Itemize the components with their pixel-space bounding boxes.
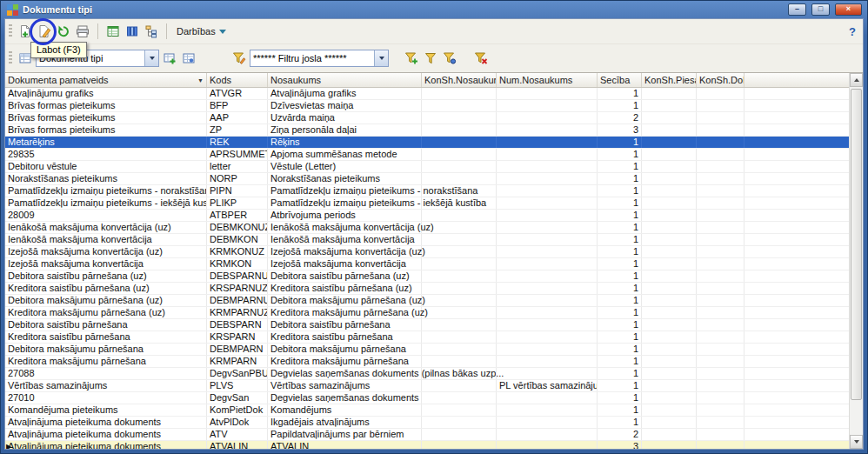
table-row[interactable]: ▶Atvaļinājuma pieteikuma dokumentsATVALI… <box>5 441 849 449</box>
cell <box>497 307 598 318</box>
cell: 1 <box>598 380 642 391</box>
cell <box>642 295 697 306</box>
column-header-6[interactable]: KonSh.Piesaiste <box>642 73 697 87</box>
vertical-scrollbar[interactable] <box>849 73 863 449</box>
actions-menu[interactable]: Darbības <box>173 26 230 37</box>
table-row[interactable]: Izejošā maksājuma konvertācija (uz)KRMKO… <box>5 246 849 258</box>
table-row[interactable]: Debitora saistību pārnešana (uz)DEBSPARN… <box>5 270 849 283</box>
cell <box>497 295 598 306</box>
table-row[interactable]: Debitora maksājumu pārnešanaDEBMPARNDebi… <box>5 344 849 356</box>
filter-apply-icon[interactable] <box>422 50 439 67</box>
table-row[interactable]: 28009ATBPERAtbrīvojuma periods1 <box>5 210 849 222</box>
column-header-7[interactable]: KonSh.Doku... <box>697 73 744 87</box>
filter-band-input[interactable] <box>250 50 374 66</box>
cell: Kreditora maksājumu pārnešana <box>268 356 422 367</box>
table-row[interactable]: 29835APRSUMMETApjoma summēšanas metode1 <box>5 149 849 161</box>
cell <box>697 185 744 197</box>
minimize-button[interactable]: – <box>788 3 806 16</box>
scrollbar-thumb[interactable] <box>851 89 862 400</box>
cell: Atvaļinājuma pieteikuma dokuments <box>5 429 207 440</box>
filter-settings-icon[interactable] <box>441 50 458 67</box>
cell <box>422 429 497 440</box>
cell <box>642 319 697 330</box>
cell: ATVALIN <box>268 441 422 449</box>
grid-body: Atvaļinājumu grafiksATVGRAtvaļinājuma gr… <box>5 88 863 449</box>
export-icon[interactable] <box>104 23 122 40</box>
column-header-5[interactable]: Secība <box>598 73 642 87</box>
cell: ATVALIN <box>207 441 268 449</box>
cell: Kreditora maksājumu pārnešana <box>5 356 207 367</box>
maximize-button[interactable]: □ <box>811 3 830 16</box>
table-row[interactable]: 27010DegvSanDegvielas saņemšanas dokumen… <box>5 392 849 404</box>
column-header-0[interactable]: Dokumenta pamatveids▼ <box>5 73 207 87</box>
table-row[interactable]: Vērtības samazinājumsPLVSVērtības samazi… <box>5 380 849 392</box>
column-header-1[interactable]: Kods <box>207 73 268 87</box>
table-row[interactable]: Ienākošā maksājuma konvertācijaDEBMKONIe… <box>5 234 849 246</box>
table-row[interactable]: Kreditora maksājumu pārnešana (uz)KRMPAR… <box>5 307 849 319</box>
table-row[interactable]: Izejošā maksājuma konvertācijaKRMKONIzej… <box>5 258 849 270</box>
table-row[interactable]: Kreditora saistību pārnešanaKRSPARNKredi… <box>5 331 849 344</box>
cell <box>497 404 598 416</box>
refresh-icon[interactable] <box>55 23 72 40</box>
table-row[interactable]: 27088DegvSanPBUDegvielas saņemšanas doku… <box>5 368 849 380</box>
cell <box>642 173 697 184</box>
cell: Pamatlīdzekļu izmaiņu pieteikums - iekšē… <box>268 197 422 209</box>
cell: 1 <box>598 88 642 99</box>
table-row[interactable]: Atvaļinājuma pieteikuma dokumentsAtvPlDo… <box>5 417 849 429</box>
table-row[interactable]: Kreditora saistību pārnešana (uz)KRSPARN… <box>5 283 849 295</box>
table-row[interactable]: Pamatlīdzekļu izmaiņu pieteikums - iekšē… <box>5 197 849 210</box>
filter-add-icon[interactable] <box>403 50 420 67</box>
edit-icon[interactable] <box>36 23 53 40</box>
cell: Uzvārda maiņa <box>268 112 422 124</box>
cell <box>697 270 744 282</box>
scrollbar-down-button[interactable] <box>850 435 863 449</box>
toolbar-grip[interactable] <box>9 51 12 65</box>
table-row[interactable]: Brīvas formas pieteikumsAAPUzvārda maiņa… <box>5 112 849 124</box>
table-row[interactable]: Debitora saistību pārnešanaDEBSPARNDebit… <box>5 319 849 331</box>
table-row[interactable]: Ienākošā maksājuma konvertācija (uz)DEBM… <box>5 222 849 234</box>
filter-clear-icon[interactable] <box>472 50 490 67</box>
new-icon[interactable] <box>17 23 34 40</box>
cell <box>697 234 744 245</box>
cell: Degvielas saņemšanas dokuments <box>268 392 422 404</box>
table-row[interactable]: Debitora maksājumu pārnešana (uz)DEBMPAR… <box>5 295 849 307</box>
column-label: KonSh.Doku... <box>699 75 744 85</box>
filter-dropdown-button[interactable] <box>374 50 388 66</box>
cell <box>642 246 697 257</box>
table-row[interactable]: Pamatlīdzekļu izmaiņu pieteikums - norak… <box>5 185 849 197</box>
table-row[interactable]: Atvaļinājumu grafiksATVGRAtvaļinājuma gr… <box>5 88 849 100</box>
table-row[interactable]: Komandējuma pieteikumsKomPietDokKomandēj… <box>5 404 849 417</box>
help-button[interactable]: ? <box>849 25 856 38</box>
cell: Debitora saistību pārnešana (uz) <box>5 270 207 282</box>
table-row[interactable]: Kreditora maksājumu pārnešanaKRMPARNKred… <box>5 356 849 368</box>
cell <box>497 173 598 184</box>
close-button[interactable]: × <box>835 3 862 16</box>
table-row[interactable]: MetarēķinsREKRēķins1 <box>5 137 849 149</box>
cell <box>697 283 744 294</box>
table-row[interactable]: Atvaļinājuma pieteikuma dokumentsATVPapi… <box>5 429 849 441</box>
table-row[interactable]: Debitoru vēstuleletterVēstule (Letter)1 <box>5 161 849 173</box>
view-list-icon[interactable] <box>180 50 197 67</box>
column-header-4[interactable]: Num.Nosaukums <box>497 73 598 87</box>
table-row[interactable]: Brīvas formas pieteikumsBFPDzīvesvietas … <box>5 100 849 112</box>
cell: Papildatvaļinājums par bērniem <box>268 429 422 440</box>
cell <box>697 319 744 330</box>
table-row[interactable]: Norakstīšanas pieteikumsNORPNorakstīšana… <box>5 173 849 185</box>
tree-icon[interactable] <box>143 23 160 40</box>
print-icon[interactable] <box>74 23 91 40</box>
lookup-dropdown-button[interactable] <box>144 50 158 66</box>
cell <box>642 197 697 209</box>
add-list-icon[interactable] <box>161 50 178 67</box>
filter-edit-icon[interactable] <box>230 50 248 67</box>
cell: NORP <box>207 173 268 184</box>
column-header-3[interactable]: KonSh.Nosaukums <box>422 73 497 87</box>
cell: 27010 <box>5 392 207 404</box>
column-header-2[interactable]: Nosaukums <box>268 73 422 87</box>
toolbar-grip[interactable] <box>9 24 12 38</box>
scroll-up-icon <box>854 78 859 82</box>
table-row[interactable]: Brīvas formas pieteikumsZPZiņa personāla… <box>5 124 849 137</box>
column-label: Dokumenta pamatveids <box>8 75 109 85</box>
columns-icon[interactable] <box>124 23 141 40</box>
cell <box>697 124 744 136</box>
scrollbar-up-button[interactable] <box>850 73 863 87</box>
